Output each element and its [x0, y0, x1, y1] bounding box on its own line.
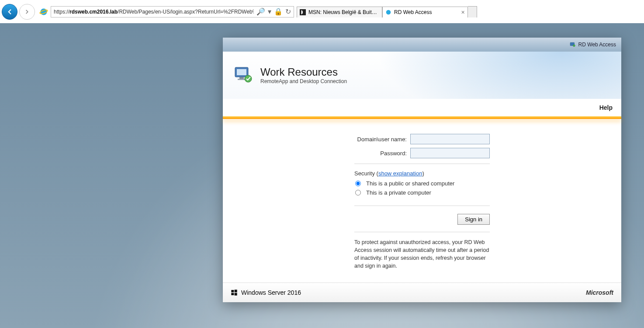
password-input[interactable] — [410, 148, 490, 158]
footer-brand: Microsoft — [586, 289, 613, 296]
private-computer-radio[interactable] — [355, 190, 361, 195]
ie-logo-icon — [39, 7, 48, 16]
login-body: Domain\user name: Password: Security (sh… — [223, 119, 621, 283]
svg-rect-11 — [231, 290, 234, 292]
tab-strip: MSN: Nieuws België & Buitenl... RD Web A… — [297, 6, 477, 17]
security-prefix: Security ( — [354, 170, 378, 177]
msn-favicon-icon — [300, 9, 306, 15]
username-input[interactable] — [410, 134, 490, 144]
show-explanation-link[interactable]: show explanation — [378, 170, 422, 177]
page-title: Work Resources — [260, 66, 347, 78]
tab-label: MSN: Nieuws België & Buitenl... — [308, 9, 379, 15]
signin-button[interactable]: Sign in — [457, 214, 490, 225]
back-button[interactable] — [2, 4, 17, 20]
security-section: Security (show explanation) This is a pu… — [354, 164, 490, 196]
svg-rect-12 — [235, 290, 237, 292]
arrow-right-icon — [24, 9, 30, 15]
username-label: Domain\user name: — [354, 136, 407, 143]
address-icons: 🔎 ▾ 🔒 ↻ — [254, 7, 294, 16]
new-tab-button[interactable] — [468, 6, 477, 17]
rdweb-small-icon — [570, 42, 576, 48]
rdweb-footer: Windows Server 2016 Microsoft — [223, 283, 621, 302]
svg-point-10 — [245, 75, 252, 82]
password-label: Password: — [354, 150, 407, 157]
address-bar[interactable]: https://rdsweb.cm2016.lab/RDWeb/Pages/en… — [51, 6, 294, 17]
rdweb-panel: RD Web Access Work Resources RemoteApp a… — [223, 38, 621, 302]
rdweb-topbar: RD Web Access — [223, 38, 621, 52]
tab-msn[interactable]: MSN: Nieuws België & Buitenl... — [297, 7, 382, 17]
svg-rect-7 — [237, 69, 246, 75]
browser-chrome: https://rdsweb.cm2016.lab/RDWeb/Pages/en… — [0, 0, 644, 23]
public-computer-radio[interactable] — [355, 181, 361, 186]
lock-icon: 🔒 — [274, 7, 283, 16]
tab-rdweb[interactable]: RD Web Access ✕ — [382, 7, 468, 17]
svg-point-3 — [386, 10, 391, 15]
timeout-notice: To protect against unauthorized access, … — [354, 232, 490, 270]
page-subtitle: RemoteApp and Desktop Connection — [260, 78, 347, 84]
svg-point-5 — [573, 45, 575, 47]
svg-rect-14 — [235, 293, 237, 295]
public-computer-label: This is a public or shared computer — [366, 180, 454, 187]
svg-rect-8 — [239, 77, 244, 79]
address-url: https://rdsweb.cm2016.lab/RDWeb/Pages/en… — [51, 9, 254, 15]
help-link[interactable]: Help — [599, 104, 613, 111]
work-resources-icon — [233, 65, 254, 86]
rdweb-header: Work Resources RemoteApp and Desktop Con… — [223, 52, 621, 99]
private-computer-label: This is a private computer — [366, 189, 431, 196]
footer-product: Windows Server 2016 — [241, 289, 301, 296]
forward-button[interactable] — [19, 4, 35, 20]
search-icon[interactable]: 🔎 — [256, 7, 265, 16]
windows-logo-icon — [231, 289, 238, 296]
close-icon[interactable]: ✕ — [461, 10, 465, 15]
security-suffix: ) — [422, 170, 424, 177]
rdweb-top-label: RD Web Access — [578, 42, 616, 48]
svg-rect-9 — [238, 79, 246, 80]
tab-label: RD Web Access — [394, 9, 458, 15]
help-bar: Help — [223, 99, 621, 116]
security-header: Security (show explanation) — [354, 170, 490, 177]
signin-row: Sign in — [354, 206, 490, 225]
login-form: Domain\user name: Password: Security (sh… — [354, 134, 490, 270]
svg-rect-13 — [231, 293, 234, 295]
dropdown-icon[interactable]: ▾ — [268, 7, 271, 16]
footer-left: Windows Server 2016 — [231, 289, 301, 296]
refresh-icon[interactable]: ↻ — [285, 7, 291, 16]
arrow-left-icon — [6, 8, 14, 16]
ie-favicon-icon — [385, 9, 391, 15]
